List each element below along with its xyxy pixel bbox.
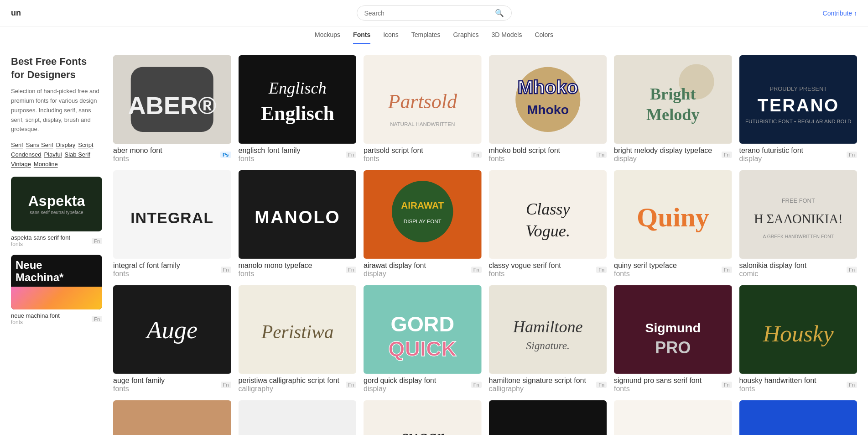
search-input[interactable] bbox=[364, 10, 495, 17]
svg-text:Auge: Auge bbox=[146, 316, 198, 344]
font-card-salonikia[interactable]: FREE FONT Η ΣΑΛΟΝΙΚΙΑ! A GREEK HANDWRITT… bbox=[739, 170, 858, 278]
svg-text:FUTURISTIC FONT • REGULAR AND : FUTURISTIC FONT • REGULAR AND BOLD bbox=[745, 118, 851, 124]
englisch-info: englisch font family fonts bbox=[239, 147, 301, 163]
salonikia-name: salonikia display font bbox=[739, 262, 807, 270]
tag-slab-serif[interactable]: Slab Serif bbox=[65, 151, 90, 158]
partsold-cat: fonts bbox=[364, 155, 379, 162]
salonikia-cat: comic bbox=[739, 270, 759, 278]
machina-font-text: NeueMachina* bbox=[16, 259, 98, 283]
font-card-auge[interactable]: Auge auge font family fonts Fn bbox=[113, 285, 231, 393]
tag-monoline[interactable]: Monoline bbox=[34, 161, 58, 168]
housky-footer: housky handwritten font fonts Fn bbox=[739, 377, 858, 393]
svg-text:Englisch: Englisch bbox=[260, 102, 334, 125]
tag-vintage[interactable]: Vintage bbox=[11, 161, 31, 168]
font-card-aber[interactable]: ABER® aber mono font fonts Ps bbox=[113, 55, 231, 163]
airawat-footer: airawat display font display Fn bbox=[364, 262, 482, 278]
font-card-infinity[interactable]: Infinity Infinity fonts Fn bbox=[113, 400, 231, 435]
font-card-housky[interactable]: Housky housky handwritten font fonts Fn bbox=[739, 285, 858, 393]
svg-text:Classy: Classy bbox=[525, 200, 570, 218]
peristiwa-cat: calligraphy bbox=[239, 385, 273, 393]
font-card-englisch[interactable]: Englisch Englisch englisch font family f… bbox=[239, 55, 357, 163]
aspekta-card-info: aspekta sans serif font fonts Fn bbox=[11, 234, 102, 247]
integral-cat: fonts bbox=[113, 270, 129, 278]
tag-playful[interactable]: Playful bbox=[44, 151, 62, 158]
skyer-thumbnail: SKYER bbox=[239, 400, 357, 435]
tag-sans-serif[interactable]: Sans Serif bbox=[26, 142, 53, 148]
nav-colors[interactable]: Colors bbox=[535, 31, 553, 44]
airawat-info: airawat display font display bbox=[364, 262, 426, 278]
font-card-guminert[interactable]: Guminert guminert font fonts Fn bbox=[489, 400, 607, 435]
housky-thumbnail: Housky bbox=[739, 285, 858, 374]
svg-text:Signature.: Signature. bbox=[526, 339, 569, 351]
nav-graphics[interactable]: Graphics bbox=[453, 31, 479, 44]
partsold-name: partsold script font bbox=[364, 147, 423, 155]
nav-templates[interactable]: Templates bbox=[411, 31, 441, 44]
classy-vogue-name: classy vogue serif font bbox=[489, 262, 561, 270]
font-card-partsold[interactable]: Partsold NATURAL HANDWRITTEN partsold sc… bbox=[364, 55, 482, 163]
svg-text:A GREEK HANDWRITTEN FONT: A GREEK HANDWRITTEN FONT bbox=[763, 234, 834, 239]
nav-icons[interactable]: Icons bbox=[383, 31, 398, 44]
svg-text:Vogue.: Vogue. bbox=[525, 222, 570, 240]
machina-card-category: fonts bbox=[11, 319, 60, 325]
sidebar-font-card-aspekta[interactable]: Aspekta sans-serif neutral typeface aspe… bbox=[11, 177, 102, 247]
font-card-sugar-magic[interactable]: sugar magic sugar magic font fonts Fn bbox=[364, 400, 482, 435]
quiny-name: quiny serif typeface bbox=[614, 262, 677, 270]
nav-fonts[interactable]: Fonts bbox=[353, 31, 370, 44]
svg-text:Peristiwa: Peristiwa bbox=[260, 321, 333, 342]
font-card-dainer[interactable]: Dainer dainer font fonts Fn bbox=[614, 400, 732, 435]
tag-condensed[interactable]: Condensed bbox=[11, 151, 42, 158]
svg-text:Sigmund: Sigmund bbox=[645, 320, 701, 335]
font-card-peristiwa[interactable]: Peristiwa peristiwa calligraphic script … bbox=[239, 285, 357, 393]
sidebar-font-card-machina[interactable]: NeueMachina* neue machina font fonts Fn bbox=[11, 255, 102, 325]
housky-name: housky handwritten font bbox=[739, 377, 816, 385]
aspekta-card-category: fonts bbox=[11, 241, 70, 247]
font-card-mhoko[interactable]: Mhoko Mhoko mhoko bold script font fonts… bbox=[489, 55, 607, 163]
svg-text:Mhoko: Mhoko bbox=[517, 77, 578, 98]
svg-text:AIRAWAT: AIRAWAT bbox=[401, 200, 444, 210]
font-card-blogh[interactable]: Blogh blogh display font fonts Fn bbox=[739, 400, 858, 435]
search-icon[interactable]: 🔍 bbox=[495, 9, 504, 17]
font-card-terano[interactable]: PROUDLY PRESENT TERANO FUTURISTIC FONT •… bbox=[739, 55, 858, 163]
main-content: Best Free Fonts for Designers Selection … bbox=[0, 44, 868, 435]
font-card-gord-quick[interactable]: GORD QUICK gord quick display font displ… bbox=[364, 285, 482, 393]
sigmund-thumbnail: Sigmund PRO bbox=[614, 285, 732, 374]
font-card-hamiltone[interactable]: Hamiltone Signature. hamiltone signature… bbox=[489, 285, 607, 393]
svg-text:Partsold: Partsold bbox=[388, 90, 457, 113]
nav-3dmodels[interactable]: 3D Models bbox=[492, 31, 522, 44]
logo[interactable]: un bbox=[11, 8, 21, 18]
svg-text:FREE FONT: FREE FONT bbox=[781, 197, 815, 204]
font-card-airawat[interactable]: AIRAWAT DISPLAY FONT airawat display fon… bbox=[364, 170, 482, 278]
infinity-thumbnail: Infinity bbox=[113, 400, 231, 435]
svg-text:QUICK: QUICK bbox=[388, 337, 457, 361]
quiny-cat: fonts bbox=[614, 270, 630, 278]
hamiltone-cat: calligraphy bbox=[489, 385, 524, 393]
font-card-manolo[interactable]: MANOLO manolo mono typeface fonts Fn bbox=[239, 170, 357, 278]
auge-badge: Fn bbox=[221, 382, 231, 388]
englisch-footer: englisch font family fonts Fn bbox=[239, 147, 357, 163]
svg-rect-64 bbox=[739, 400, 858, 435]
tag-display[interactable]: Display bbox=[56, 142, 76, 148]
font-card-skyer[interactable]: SKYER skyer font fonts Fn bbox=[239, 400, 357, 435]
aber-badge: Ps bbox=[220, 152, 231, 158]
contribute-button[interactable]: Contribute ↑ bbox=[823, 10, 857, 17]
blogh-thumbnail: Blogh bbox=[739, 400, 858, 435]
tag-script[interactable]: Script bbox=[78, 142, 93, 148]
integral-info: integral cf font family fonts bbox=[113, 262, 180, 278]
font-card-integral[interactable]: INTEGRAL integral cf font family fonts F… bbox=[113, 170, 231, 278]
header: un 🔍 Contribute ↑ bbox=[0, 0, 868, 26]
svg-text:Bright: Bright bbox=[650, 85, 696, 103]
aspekta-font-text: Aspekta bbox=[28, 194, 85, 208]
partsold-info: partsold script font fonts bbox=[364, 147, 423, 163]
font-card-quiny[interactable]: Quiny quiny serif typeface fonts Fn bbox=[614, 170, 732, 278]
main-nav: Mockups Fonts Icons Templates Graphics 3… bbox=[0, 26, 868, 44]
font-card-sigmund[interactable]: Sigmund PRO sigmund pro sans serif font … bbox=[614, 285, 732, 393]
airawat-cat: display bbox=[364, 270, 386, 278]
nav-mockups[interactable]: Mockups bbox=[315, 31, 340, 44]
tag-serif[interactable]: Serif bbox=[11, 142, 23, 148]
font-card-classy-vogue[interactable]: Classy Vogue. classy vogue serif font fo… bbox=[489, 170, 607, 278]
integral-badge: Fn bbox=[221, 267, 231, 273]
font-card-bright-melody[interactable]: Bright Melody bright melody display type… bbox=[614, 55, 732, 163]
classy-vogue-footer: classy vogue serif font fonts Fn bbox=[489, 262, 607, 278]
svg-rect-62 bbox=[614, 400, 732, 435]
peristiwa-footer: peristiwa calligraphic script font calli… bbox=[239, 377, 357, 393]
